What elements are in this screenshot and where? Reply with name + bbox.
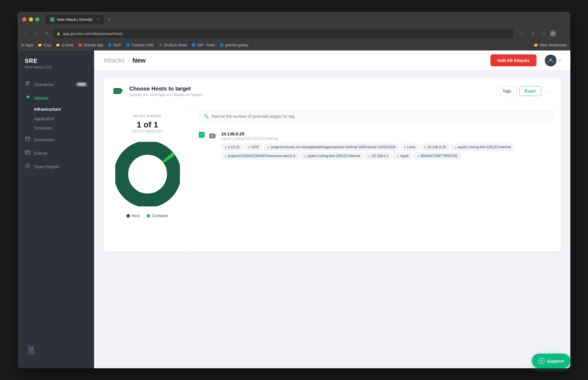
- svg-point-12: [32, 348, 33, 349]
- tag-linux-icon: ◈: [404, 146, 406, 149]
- bookmark-corp[interactable]: 📁 Corp: [38, 43, 51, 47]
- bookmark-gsuite[interactable]: 📁 G-Suite: [56, 43, 74, 47]
- attacks-icon: [25, 95, 31, 101]
- user-menu-chevron-icon[interactable]: ▾: [559, 58, 561, 63]
- svg-rect-5: [25, 151, 30, 154]
- support-button[interactable]: ? Support: [532, 354, 571, 368]
- user-avatar[interactable]: [545, 55, 557, 66]
- sidebar-item-clients[interactable]: Clients: [18, 146, 94, 160]
- svg-rect-2: [26, 83, 29, 84]
- scenarios-label: Scenarios: [34, 82, 54, 87]
- search-input[interactable]: [212, 114, 549, 119]
- bookmark-da-bus-sheet[interactable]: ➕ DA BUS Sheet: [158, 43, 187, 47]
- tag-image-label: projects/ubuntu-os-cloud/global/images/u…: [271, 145, 395, 149]
- more-options-button[interactable]: ···: [544, 87, 553, 95]
- bookmark-idp-trello[interactable]: 🟦 IDP - Trello: [192, 43, 215, 47]
- sub-item-infrastructure[interactable]: Infrastructure: [34, 105, 94, 114]
- tag-version: ◈ 2.12.21: [221, 144, 243, 151]
- bookmark-apps[interactable]: ⊞ Apps: [21, 43, 33, 47]
- tag-gcp-label: GCP: [251, 145, 259, 149]
- menu-icon[interactable]: ⋮: [559, 29, 567, 38]
- gcp-bookmark-label: GCP: [113, 43, 121, 47]
- bookmark-gcp[interactable]: 🔵 GCP: [108, 43, 121, 47]
- tag-ip: ◈ 10.138.0.25: [420, 144, 449, 151]
- svg-rect-3: [26, 85, 29, 85]
- new-tab-button[interactable]: +: [105, 15, 113, 24]
- host-item: ✓ 10.138.0.25: [199, 128, 554, 163]
- active-tab[interactable]: G New Attack | Gremlin ✕: [45, 15, 104, 24]
- close-button[interactable]: [22, 17, 26, 21]
- tag-fqdn-label: squid.c.turing-link-226123.internal: [458, 145, 511, 149]
- targets-panel: 🔍 ✓: [192, 105, 561, 252]
- sidebar-item-schedules[interactable]: Schedules: [18, 133, 94, 146]
- checkmark-icon: ✓: [200, 133, 203, 137]
- sidebar-item-scenarios[interactable]: Scenarios NEW: [18, 78, 94, 91]
- team-report-label: Team Report: [34, 164, 59, 169]
- other-bookmark-label: Other Bookmarks: [539, 43, 567, 47]
- svg-rect-22: [211, 134, 214, 137]
- bookmark-star-icon[interactable]: ☆: [518, 29, 526, 38]
- search-bar[interactable]: 🔍: [199, 111, 554, 122]
- svg-rect-1: [26, 82, 30, 83]
- tag-instance-id: ◈ 6556347259779505762: [414, 152, 461, 159]
- main-body: Choose Hosts to target Specify the cover…: [94, 70, 570, 368]
- gremlinapp-bookmark-icon: 🔴: [78, 43, 82, 47]
- bookmark-tutorials-cms[interactable]: 🌐 Tutorials CMS: [126, 43, 154, 47]
- sidebar: SRE Rich Demo LTD Scenarios NEW: [18, 51, 94, 368]
- tags-container: ◈ 2.12.21 ◈ GCP ◈: [221, 144, 554, 159]
- tag-squid: ◈ squid: [393, 152, 412, 159]
- halt-all-attacks-button[interactable]: Halt All Attacks: [490, 54, 537, 66]
- sub-item-application[interactable]: Application: [34, 114, 94, 123]
- hosts-targeted-label: HOSTS TARGETED: [132, 130, 163, 133]
- cast-icon[interactable]: ▭: [539, 29, 547, 38]
- application-label: Application: [34, 116, 54, 121]
- bookmark-gremlin-gatsby[interactable]: 🌐 gremlin-gatsby: [220, 43, 248, 47]
- extensions-icon[interactable]: ⊡: [529, 29, 537, 38]
- legend-host-label: Host: [132, 213, 140, 218]
- tags-button[interactable]: Tags: [497, 86, 517, 96]
- tag-ip-icon: ◈: [424, 146, 426, 149]
- legend-container-label: Container: [152, 213, 168, 218]
- minimize-button[interactable]: [29, 17, 33, 21]
- sub-item-scenarios[interactable]: Scenarios: [34, 123, 94, 133]
- lock-icon: 🔒: [56, 32, 61, 36]
- legend-container-dot: [147, 214, 150, 218]
- tag-gateway-icon: ◈: [368, 154, 371, 158]
- dabussheet-bookmark-label: DA BUS Sheet: [164, 43, 187, 47]
- svg-rect-7: [26, 153, 28, 153]
- browser-toolbar: ‹ › ↺ 🔒 app.gremlin.com/attacks/new/host…: [18, 27, 570, 40]
- tag-gcp-icon: ◈: [248, 146, 250, 149]
- attacks-label: Attacks: [34, 95, 49, 100]
- svg-rect-4: [26, 137, 30, 141]
- svg-point-20: [129, 156, 166, 192]
- blast-count: 1 of 1: [137, 120, 158, 130]
- tab-close-icon[interactable]: ✕: [96, 17, 99, 21]
- bookmark-other[interactable]: 📁 Other Bookmarks: [534, 43, 567, 47]
- tag-zone-label: projects/1029422304597/zones/us-west1-b: [228, 154, 295, 158]
- refresh-button[interactable]: ↺: [42, 29, 51, 38]
- host-checkbox[interactable]: ✓: [199, 132, 205, 138]
- schedules-label: Schedules: [34, 137, 55, 142]
- maximize-button[interactable]: [35, 17, 39, 21]
- exact-button[interactable]: Exact: [519, 86, 541, 96]
- scenarios-badge: NEW: [76, 82, 87, 87]
- tag-fqdn-icon: ◈: [454, 146, 457, 149]
- gremlingatsby-bookmark-label: gremlin-gatsby: [225, 43, 248, 47]
- sidebar-item-attacks[interactable]: Attacks: [18, 91, 94, 105]
- forward-button[interactable]: ›: [32, 29, 40, 38]
- back-button[interactable]: ‹: [21, 29, 29, 38]
- bookmark-gremlin-app[interactable]: 🔴 Gremlin App: [78, 43, 103, 47]
- breadcrumb-attacks-link[interactable]: Attacks: [103, 57, 125, 64]
- card-title-text: Choose Hosts to target Specify the cover…: [129, 85, 203, 97]
- profile-icon[interactable]: [550, 30, 556, 37]
- support-label: Support: [547, 359, 564, 364]
- url-text: app.gremlin.com/attacks/new/hosts: [63, 31, 123, 36]
- sidebar-item-team-report[interactable]: Team Report: [18, 160, 94, 173]
- team-report-icon: [25, 163, 31, 170]
- clients-icon: [25, 150, 31, 156]
- sidebar-brand: SRE Rich Demo LTD: [18, 58, 94, 78]
- toolbar-actions: ☆ ⊡ ▭ ⋮: [518, 29, 567, 38]
- chart-legend: Host Container: [126, 213, 168, 218]
- address-bar[interactable]: 🔒 app.gremlin.com/attacks/new/hosts: [53, 29, 513, 38]
- gremlinngatsby-bookmark-icon: 🌐: [220, 43, 224, 47]
